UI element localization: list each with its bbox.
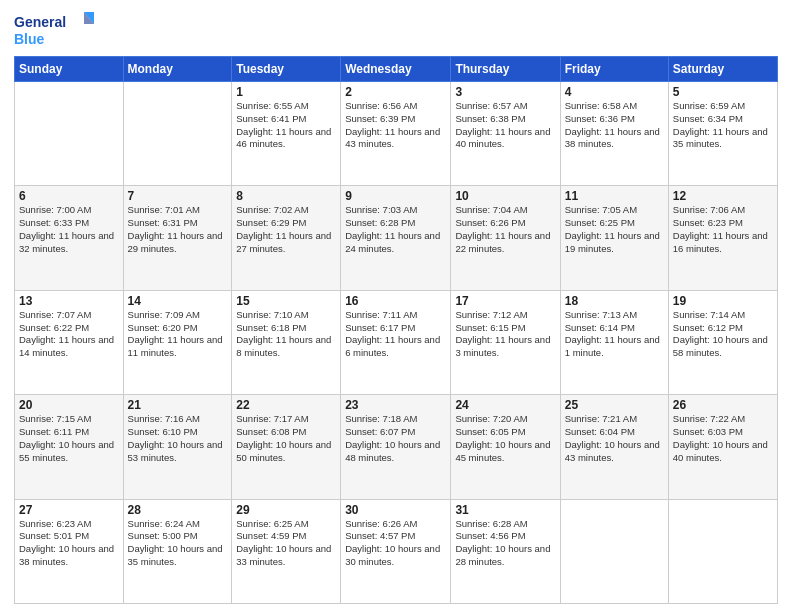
day-number: 23 [345, 398, 446, 412]
svg-text:General: General [14, 14, 66, 30]
day-info: Sunrise: 7:09 AM Sunset: 6:20 PM Dayligh… [128, 309, 228, 360]
day-info: Sunrise: 6:56 AM Sunset: 6:39 PM Dayligh… [345, 100, 446, 151]
calendar-cell [560, 499, 668, 603]
calendar-cell [123, 82, 232, 186]
calendar-cell: 6Sunrise: 7:00 AM Sunset: 6:33 PM Daylig… [15, 186, 124, 290]
weekday-header-friday: Friday [560, 57, 668, 82]
day-info: Sunrise: 7:16 AM Sunset: 6:10 PM Dayligh… [128, 413, 228, 464]
calendar-cell: 13Sunrise: 7:07 AM Sunset: 6:22 PM Dayli… [15, 290, 124, 394]
weekday-header-tuesday: Tuesday [232, 57, 341, 82]
weekday-header-wednesday: Wednesday [341, 57, 451, 82]
calendar-cell: 31Sunrise: 6:28 AM Sunset: 4:56 PM Dayli… [451, 499, 560, 603]
day-number: 29 [236, 503, 336, 517]
day-info: Sunrise: 6:23 AM Sunset: 5:01 PM Dayligh… [19, 518, 119, 569]
week-row-2: 6Sunrise: 7:00 AM Sunset: 6:33 PM Daylig… [15, 186, 778, 290]
calendar-cell: 30Sunrise: 6:26 AM Sunset: 4:57 PM Dayli… [341, 499, 451, 603]
calendar-cell: 21Sunrise: 7:16 AM Sunset: 6:10 PM Dayli… [123, 395, 232, 499]
calendar-cell: 11Sunrise: 7:05 AM Sunset: 6:25 PM Dayli… [560, 186, 668, 290]
header: General Blue [14, 10, 778, 48]
day-number: 6 [19, 189, 119, 203]
calendar-cell: 5Sunrise: 6:59 AM Sunset: 6:34 PM Daylig… [668, 82, 777, 186]
day-info: Sunrise: 7:07 AM Sunset: 6:22 PM Dayligh… [19, 309, 119, 360]
calendar-cell: 18Sunrise: 7:13 AM Sunset: 6:14 PM Dayli… [560, 290, 668, 394]
calendar-cell: 25Sunrise: 7:21 AM Sunset: 6:04 PM Dayli… [560, 395, 668, 499]
logo: General Blue [14, 10, 94, 48]
day-number: 5 [673, 85, 773, 99]
day-number: 4 [565, 85, 664, 99]
day-info: Sunrise: 6:25 AM Sunset: 4:59 PM Dayligh… [236, 518, 336, 569]
day-info: Sunrise: 7:02 AM Sunset: 6:29 PM Dayligh… [236, 204, 336, 255]
calendar-cell: 27Sunrise: 6:23 AM Sunset: 5:01 PM Dayli… [15, 499, 124, 603]
day-info: Sunrise: 6:59 AM Sunset: 6:34 PM Dayligh… [673, 100, 773, 151]
calendar-cell: 16Sunrise: 7:11 AM Sunset: 6:17 PM Dayli… [341, 290, 451, 394]
day-number: 16 [345, 294, 446, 308]
weekday-header-saturday: Saturday [668, 57, 777, 82]
calendar-cell: 17Sunrise: 7:12 AM Sunset: 6:15 PM Dayli… [451, 290, 560, 394]
day-number: 26 [673, 398, 773, 412]
day-info: Sunrise: 7:03 AM Sunset: 6:28 PM Dayligh… [345, 204, 446, 255]
day-number: 22 [236, 398, 336, 412]
calendar-cell: 24Sunrise: 7:20 AM Sunset: 6:05 PM Dayli… [451, 395, 560, 499]
day-number: 30 [345, 503, 446, 517]
day-number: 12 [673, 189, 773, 203]
calendar-cell: 2Sunrise: 6:56 AM Sunset: 6:39 PM Daylig… [341, 82, 451, 186]
calendar-cell: 8Sunrise: 7:02 AM Sunset: 6:29 PM Daylig… [232, 186, 341, 290]
calendar-cell: 9Sunrise: 7:03 AM Sunset: 6:28 PM Daylig… [341, 186, 451, 290]
weekday-header-row: SundayMondayTuesdayWednesdayThursdayFrid… [15, 57, 778, 82]
day-number: 15 [236, 294, 336, 308]
calendar-cell: 15Sunrise: 7:10 AM Sunset: 6:18 PM Dayli… [232, 290, 341, 394]
day-info: Sunrise: 7:22 AM Sunset: 6:03 PM Dayligh… [673, 413, 773, 464]
day-info: Sunrise: 7:15 AM Sunset: 6:11 PM Dayligh… [19, 413, 119, 464]
calendar-cell: 7Sunrise: 7:01 AM Sunset: 6:31 PM Daylig… [123, 186, 232, 290]
calendar-cell: 12Sunrise: 7:06 AM Sunset: 6:23 PM Dayli… [668, 186, 777, 290]
day-number: 21 [128, 398, 228, 412]
day-info: Sunrise: 7:04 AM Sunset: 6:26 PM Dayligh… [455, 204, 555, 255]
calendar-cell: 23Sunrise: 7:18 AM Sunset: 6:07 PM Dayli… [341, 395, 451, 499]
day-number: 14 [128, 294, 228, 308]
day-number: 11 [565, 189, 664, 203]
day-info: Sunrise: 7:20 AM Sunset: 6:05 PM Dayligh… [455, 413, 555, 464]
day-number: 10 [455, 189, 555, 203]
day-number: 17 [455, 294, 555, 308]
calendar-table: SundayMondayTuesdayWednesdayThursdayFrid… [14, 56, 778, 604]
day-number: 19 [673, 294, 773, 308]
calendar-cell: 29Sunrise: 6:25 AM Sunset: 4:59 PM Dayli… [232, 499, 341, 603]
day-info: Sunrise: 7:01 AM Sunset: 6:31 PM Dayligh… [128, 204, 228, 255]
logo-text: General Blue [14, 10, 94, 48]
day-number: 7 [128, 189, 228, 203]
calendar-cell: 19Sunrise: 7:14 AM Sunset: 6:12 PM Dayli… [668, 290, 777, 394]
day-number: 25 [565, 398, 664, 412]
day-number: 28 [128, 503, 228, 517]
calendar-cell: 14Sunrise: 7:09 AM Sunset: 6:20 PM Dayli… [123, 290, 232, 394]
day-info: Sunrise: 6:57 AM Sunset: 6:38 PM Dayligh… [455, 100, 555, 151]
calendar-cell [668, 499, 777, 603]
day-number: 13 [19, 294, 119, 308]
calendar-cell: 4Sunrise: 6:58 AM Sunset: 6:36 PM Daylig… [560, 82, 668, 186]
day-info: Sunrise: 7:12 AM Sunset: 6:15 PM Dayligh… [455, 309, 555, 360]
weekday-header-sunday: Sunday [15, 57, 124, 82]
day-number: 20 [19, 398, 119, 412]
day-info: Sunrise: 7:05 AM Sunset: 6:25 PM Dayligh… [565, 204, 664, 255]
calendar-cell: 10Sunrise: 7:04 AM Sunset: 6:26 PM Dayli… [451, 186, 560, 290]
week-row-5: 27Sunrise: 6:23 AM Sunset: 5:01 PM Dayli… [15, 499, 778, 603]
day-info: Sunrise: 6:28 AM Sunset: 4:56 PM Dayligh… [455, 518, 555, 569]
week-row-1: 1Sunrise: 6:55 AM Sunset: 6:41 PM Daylig… [15, 82, 778, 186]
week-row-4: 20Sunrise: 7:15 AM Sunset: 6:11 PM Dayli… [15, 395, 778, 499]
day-info: Sunrise: 7:00 AM Sunset: 6:33 PM Dayligh… [19, 204, 119, 255]
calendar-cell: 28Sunrise: 6:24 AM Sunset: 5:00 PM Dayli… [123, 499, 232, 603]
day-info: Sunrise: 6:26 AM Sunset: 4:57 PM Dayligh… [345, 518, 446, 569]
day-number: 8 [236, 189, 336, 203]
day-info: Sunrise: 7:17 AM Sunset: 6:08 PM Dayligh… [236, 413, 336, 464]
day-info: Sunrise: 7:11 AM Sunset: 6:17 PM Dayligh… [345, 309, 446, 360]
day-info: Sunrise: 7:14 AM Sunset: 6:12 PM Dayligh… [673, 309, 773, 360]
day-number: 1 [236, 85, 336, 99]
day-number: 31 [455, 503, 555, 517]
day-number: 3 [455, 85, 555, 99]
day-info: Sunrise: 6:24 AM Sunset: 5:00 PM Dayligh… [128, 518, 228, 569]
calendar-cell [15, 82, 124, 186]
day-number: 27 [19, 503, 119, 517]
week-row-3: 13Sunrise: 7:07 AM Sunset: 6:22 PM Dayli… [15, 290, 778, 394]
calendar-cell: 26Sunrise: 7:22 AM Sunset: 6:03 PM Dayli… [668, 395, 777, 499]
calendar-cell: 3Sunrise: 6:57 AM Sunset: 6:38 PM Daylig… [451, 82, 560, 186]
page: General Blue SundayMondayTuesdayWednesda… [0, 0, 792, 612]
